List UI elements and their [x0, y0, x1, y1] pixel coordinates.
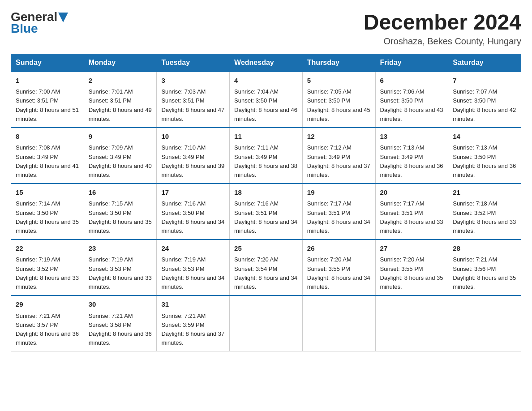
day-info: Sunrise: 7:17 AMSunset: 3:51 PMDaylight:…: [307, 199, 371, 235]
calendar-week-row: 1Sunrise: 7:00 AMSunset: 3:51 PMDaylight…: [11, 72, 521, 128]
calendar-week-row: 22Sunrise: 7:19 AMSunset: 3:52 PMDayligh…: [11, 240, 521, 295]
calendar-day-cell: 25Sunrise: 7:20 AMSunset: 3:54 PMDayligh…: [230, 240, 303, 295]
day-number: 3: [161, 76, 225, 86]
day-info: Sunrise: 7:14 AMSunset: 3:50 PMDaylight:…: [16, 199, 79, 235]
day-info: Sunrise: 7:00 AMSunset: 3:51 PMDaylight:…: [16, 87, 79, 124]
day-info: Sunrise: 7:01 AMSunset: 3:51 PMDaylight:…: [89, 87, 152, 124]
day-number: 31: [161, 300, 225, 310]
day-number: 13: [380, 132, 444, 142]
day-info: Sunrise: 7:12 AMSunset: 3:49 PMDaylight:…: [307, 143, 371, 180]
column-header-friday: Friday: [375, 54, 448, 72]
calendar-day-cell: 26Sunrise: 7:20 AMSunset: 3:55 PMDayligh…: [302, 240, 375, 295]
day-number: 19: [307, 188, 371, 198]
day-info: Sunrise: 7:05 AMSunset: 3:50 PMDaylight:…: [307, 87, 371, 124]
calendar-header-row: SundayMondayTuesdayWednesdayThursdayFrid…: [11, 54, 521, 72]
day-info: Sunrise: 7:07 AMSunset: 3:50 PMDaylight:…: [453, 87, 516, 124]
column-header-saturday: Saturday: [448, 54, 521, 72]
calendar-day-cell: 22Sunrise: 7:19 AMSunset: 3:52 PMDayligh…: [11, 240, 84, 295]
day-info: Sunrise: 7:19 AMSunset: 3:52 PMDaylight:…: [16, 255, 79, 291]
calendar-day-cell: 14Sunrise: 7:13 AMSunset: 3:50 PMDayligh…: [448, 128, 521, 184]
calendar-day-cell: 7Sunrise: 7:07 AMSunset: 3:50 PMDaylight…: [448, 72, 521, 128]
calendar-day-cell: 23Sunrise: 7:19 AMSunset: 3:53 PMDayligh…: [84, 240, 157, 295]
calendar-day-cell: 19Sunrise: 7:17 AMSunset: 3:51 PMDayligh…: [302, 184, 375, 240]
calendar-day-cell: 29Sunrise: 7:21 AMSunset: 3:57 PMDayligh…: [11, 295, 84, 351]
calendar-day-cell: 8Sunrise: 7:08 AMSunset: 3:49 PMDaylight…: [11, 128, 84, 184]
day-number: 2: [89, 76, 152, 86]
day-number: 11: [234, 132, 298, 142]
calendar-body: 1Sunrise: 7:00 AMSunset: 3:51 PMDaylight…: [11, 72, 521, 351]
day-info: Sunrise: 7:13 AMSunset: 3:49 PMDaylight:…: [380, 143, 444, 180]
calendar-day-cell: 31Sunrise: 7:21 AMSunset: 3:59 PMDayligh…: [157, 295, 230, 351]
day-info: Sunrise: 7:19 AMSunset: 3:53 PMDaylight:…: [89, 255, 152, 291]
day-number: 29: [16, 300, 79, 310]
calendar-day-cell: 13Sunrise: 7:13 AMSunset: 3:49 PMDayligh…: [375, 128, 448, 184]
day-number: 10: [161, 132, 225, 142]
day-info: Sunrise: 7:20 AMSunset: 3:54 PMDaylight:…: [234, 255, 298, 291]
day-info: Sunrise: 7:08 AMSunset: 3:49 PMDaylight:…: [16, 143, 79, 180]
logo: General Blue: [11, 11, 68, 35]
calendar-day-cell: [230, 295, 303, 351]
calendar-table: SundayMondayTuesdayWednesdayThursdayFrid…: [11, 54, 521, 351]
day-info: Sunrise: 7:18 AMSunset: 3:52 PMDaylight:…: [453, 199, 516, 235]
day-info: Sunrise: 7:21 AMSunset: 3:57 PMDaylight:…: [16, 312, 79, 348]
calendar-day-cell: 4Sunrise: 7:04 AMSunset: 3:50 PMDaylight…: [230, 72, 303, 128]
logo-triangle-icon: [58, 13, 68, 22]
calendar-day-cell: [375, 295, 448, 351]
title-block: December 2024 Oroshaza, Bekes County, Hu…: [364, 11, 521, 47]
calendar-day-cell: 27Sunrise: 7:20 AMSunset: 3:55 PMDayligh…: [375, 240, 448, 295]
day-info: Sunrise: 7:20 AMSunset: 3:55 PMDaylight:…: [380, 255, 444, 291]
day-number: 9: [89, 132, 152, 142]
calendar-day-cell: 15Sunrise: 7:14 AMSunset: 3:50 PMDayligh…: [11, 184, 84, 240]
day-info: Sunrise: 7:10 AMSunset: 3:49 PMDaylight:…: [161, 143, 225, 180]
calendar-week-row: 8Sunrise: 7:08 AMSunset: 3:49 PMDaylight…: [11, 128, 521, 184]
calendar-day-cell: 1Sunrise: 7:00 AMSunset: 3:51 PMDaylight…: [11, 72, 84, 128]
day-number: 18: [234, 188, 298, 198]
calendar-day-cell: 2Sunrise: 7:01 AMSunset: 3:51 PMDaylight…: [84, 72, 157, 128]
day-info: Sunrise: 7:06 AMSunset: 3:50 PMDaylight:…: [380, 87, 444, 124]
calendar-day-cell: 10Sunrise: 7:10 AMSunset: 3:49 PMDayligh…: [157, 128, 230, 184]
calendar-subtitle: Oroshaza, Bekes County, Hungary: [364, 36, 521, 47]
calendar-day-cell: [448, 295, 521, 351]
calendar-day-cell: [302, 295, 375, 351]
day-info: Sunrise: 7:11 AMSunset: 3:49 PMDaylight:…: [234, 143, 298, 180]
day-number: 8: [16, 132, 79, 142]
calendar-week-row: 29Sunrise: 7:21 AMSunset: 3:57 PMDayligh…: [11, 295, 521, 351]
calendar-day-cell: 11Sunrise: 7:11 AMSunset: 3:49 PMDayligh…: [230, 128, 303, 184]
day-number: 5: [307, 76, 371, 86]
column-header-sunday: Sunday: [11, 54, 84, 72]
calendar-day-cell: 20Sunrise: 7:17 AMSunset: 3:51 PMDayligh…: [375, 184, 448, 240]
day-number: 27: [380, 244, 444, 254]
day-info: Sunrise: 7:03 AMSunset: 3:51 PMDaylight:…: [161, 87, 225, 124]
calendar-day-cell: 16Sunrise: 7:15 AMSunset: 3:50 PMDayligh…: [84, 184, 157, 240]
calendar-day-cell: 5Sunrise: 7:05 AMSunset: 3:50 PMDaylight…: [302, 72, 375, 128]
day-number: 15: [16, 188, 79, 198]
day-info: Sunrise: 7:21 AMSunset: 3:58 PMDaylight:…: [89, 312, 152, 348]
calendar-day-cell: 28Sunrise: 7:21 AMSunset: 3:56 PMDayligh…: [448, 240, 521, 295]
day-info: Sunrise: 7:15 AMSunset: 3:50 PMDaylight:…: [89, 199, 152, 235]
day-number: 25: [234, 244, 298, 254]
calendar-day-cell: 12Sunrise: 7:12 AMSunset: 3:49 PMDayligh…: [302, 128, 375, 184]
day-number: 6: [380, 76, 444, 86]
day-info: Sunrise: 7:19 AMSunset: 3:53 PMDaylight:…: [161, 255, 225, 291]
column-header-thursday: Thursday: [302, 54, 375, 72]
day-info: Sunrise: 7:17 AMSunset: 3:51 PMDaylight:…: [380, 199, 444, 235]
day-info: Sunrise: 7:20 AMSunset: 3:55 PMDaylight:…: [307, 255, 371, 291]
day-number: 28: [453, 244, 516, 254]
day-info: Sunrise: 7:21 AMSunset: 3:59 PMDaylight:…: [161, 312, 225, 348]
day-info: Sunrise: 7:21 AMSunset: 3:56 PMDaylight:…: [453, 255, 516, 291]
column-header-monday: Monday: [84, 54, 157, 72]
page-header: General Blue December 2024 Oroshaza, Bek…: [11, 11, 521, 47]
day-number: 21: [453, 188, 516, 198]
day-number: 26: [307, 244, 371, 254]
calendar-day-cell: 6Sunrise: 7:06 AMSunset: 3:50 PMDaylight…: [375, 72, 448, 128]
day-number: 22: [16, 244, 79, 254]
calendar-day-cell: 21Sunrise: 7:18 AMSunset: 3:52 PMDayligh…: [448, 184, 521, 240]
day-number: 4: [234, 76, 298, 86]
day-info: Sunrise: 7:04 AMSunset: 3:50 PMDaylight:…: [234, 87, 298, 124]
day-number: 23: [89, 244, 152, 254]
day-number: 16: [89, 188, 152, 198]
calendar-day-cell: 18Sunrise: 7:16 AMSunset: 3:51 PMDayligh…: [230, 184, 303, 240]
day-info: Sunrise: 7:16 AMSunset: 3:50 PMDaylight:…: [161, 199, 225, 235]
calendar-day-cell: 3Sunrise: 7:03 AMSunset: 3:51 PMDaylight…: [157, 72, 230, 128]
day-info: Sunrise: 7:16 AMSunset: 3:51 PMDaylight:…: [234, 199, 298, 235]
